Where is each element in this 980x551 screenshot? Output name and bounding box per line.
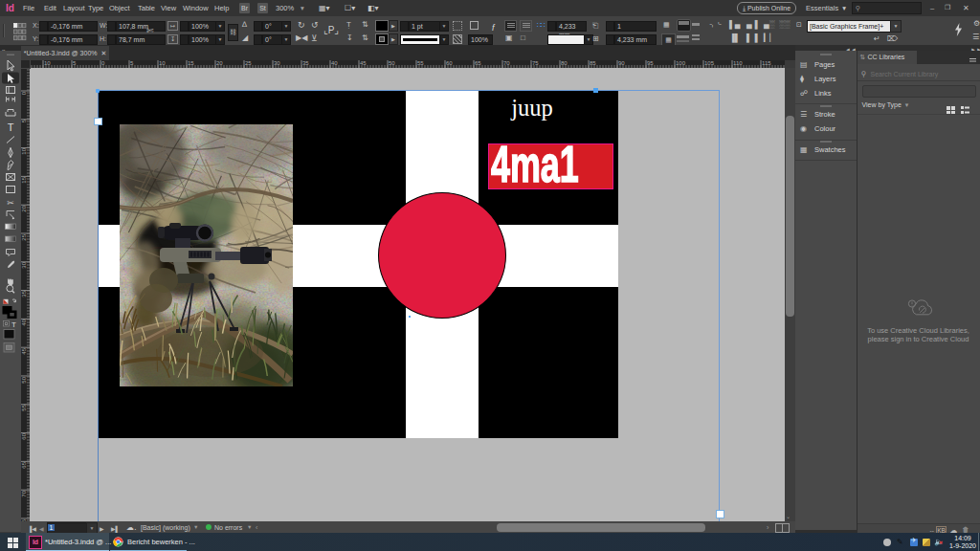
- svg-text:✂: ✂: [7, 198, 14, 208]
- svg-text:T: T: [11, 320, 16, 329]
- svg-text:T: T: [8, 121, 14, 133]
